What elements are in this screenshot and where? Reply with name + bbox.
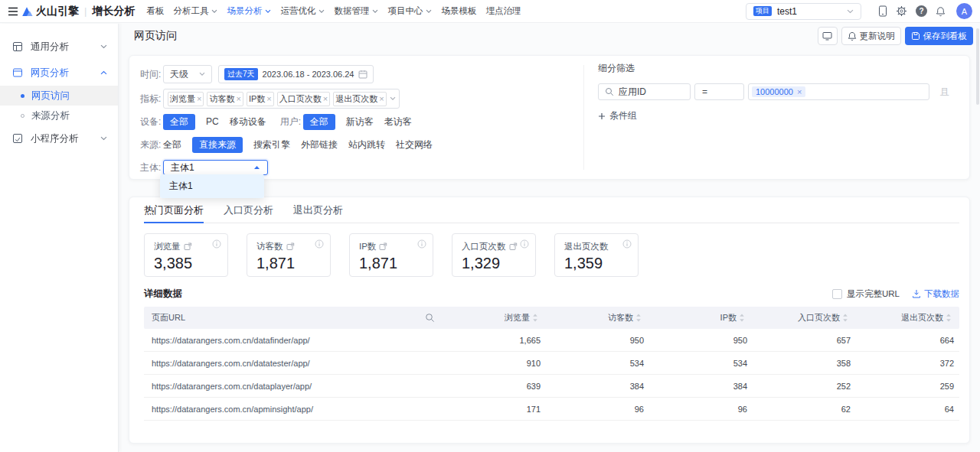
- header-buttons: 更新说明 保存到看板: [818, 27, 974, 45]
- remove-tag-icon[interactable]: ×: [266, 93, 271, 106]
- menu-item-analysis-tools[interactable]: 分析工具: [173, 5, 217, 17]
- sort-icon: [842, 314, 848, 322]
- info-icon[interactable]: [315, 239, 324, 249]
- tab-hot-pages[interactable]: 热门页面分析: [144, 197, 204, 223]
- date-range-picker[interactable]: 过去7天 2023.06.18 - 2023.06.24: [218, 65, 374, 83]
- metric-value: 1,359: [564, 255, 632, 272]
- source-option-search[interactable]: 搜索引擎: [253, 137, 290, 153]
- metric-tag: IP数×: [247, 92, 274, 106]
- metric-card-ip: IP数 1,871: [349, 233, 433, 277]
- segment-value-input[interactable]: 10000000 ×: [748, 83, 929, 100]
- chevron-down-icon: [426, 9, 432, 14]
- subject-dropdown-option[interactable]: 主体1: [160, 174, 264, 198]
- column-header-entry[interactable]: 入口页次数: [753, 312, 856, 324]
- segment-field-select[interactable]: 应用ID: [598, 83, 691, 100]
- menu-item-dashboard[interactable]: 看板: [146, 5, 164, 17]
- table-row[interactable]: https://datarangers.com.cn/dataplayer/ap…: [144, 375, 959, 398]
- table-row[interactable]: https://datarangers.com.cn/apminsight/ap…: [144, 398, 959, 421]
- device-option-pc[interactable]: PC: [206, 115, 219, 128]
- mobile-icon[interactable]: [878, 5, 887, 17]
- gear-icon[interactable]: [896, 5, 907, 17]
- menu-item-tracking-governance[interactable]: 埋点治理: [485, 5, 521, 17]
- menu-item-operation[interactable]: 运营优化: [280, 5, 325, 17]
- project-name: test1: [777, 6, 841, 17]
- tab-entry-pages[interactable]: 入口页分析: [224, 197, 273, 223]
- segment-operator-select[interactable]: =: [694, 83, 744, 100]
- remove-tag-icon[interactable]: ×: [797, 87, 802, 96]
- column-header-exit[interactable]: 退出页次数: [856, 312, 959, 324]
- metric-card-pageviews: 浏览量 3,385: [144, 233, 228, 277]
- info-icon[interactable]: [212, 239, 221, 249]
- source-option-internal[interactable]: 站内跳转: [348, 137, 385, 153]
- subject-label: 主体:: [140, 161, 163, 174]
- external-link-icon: [379, 242, 387, 251]
- info-icon[interactable]: [622, 239, 632, 249]
- sidebar-item-source-analysis[interactable]: 来源分析: [0, 106, 118, 125]
- sidebar-item-web-analysis[interactable]: 网页分析: [0, 60, 118, 86]
- metric-multiselect[interactable]: 浏览量× 访客数× IP数× 入口页次数× 退出页次数×: [163, 89, 400, 109]
- info-icon[interactable]: [520, 239, 529, 249]
- top-nav: 火山引擎 | 增长分析 看板 分析工具 场景分析 运营优化 数据管理 项目中心 …: [0, 0, 980, 23]
- sidebar-item-general-analysis[interactable]: 通用分析: [0, 34, 118, 60]
- remove-tag-icon[interactable]: ×: [236, 93, 240, 106]
- add-condition-group-button[interactable]: 条件组: [598, 109, 949, 122]
- chevron-up-icon: [100, 70, 107, 75]
- project-select[interactable]: 项目 test1: [746, 3, 861, 20]
- chevron-down-icon: [318, 9, 325, 14]
- column-header-visitors[interactable]: 访客数: [546, 312, 649, 324]
- device-option-mobile[interactable]: 移动设备: [230, 114, 266, 130]
- sidebar-item-miniprogram-analysis[interactable]: 小程序分析: [0, 125, 118, 151]
- bell-icon[interactable]: [936, 6, 946, 17]
- user-option-returning[interactable]: 老访客: [384, 114, 412, 130]
- sort-icon: [739, 314, 745, 322]
- source-option-external[interactable]: 外部链接: [301, 137, 338, 153]
- metric-label: 指标:: [140, 93, 163, 106]
- subject-select[interactable]: 主体1: [163, 160, 268, 175]
- range-text: 2023.06.18 - 2023.06.24: [263, 70, 354, 79]
- source-option-direct[interactable]: 直接来源: [192, 137, 243, 153]
- sort-icon: [635, 314, 642, 322]
- hamburger-menu-icon[interactable]: [8, 7, 18, 16]
- info-icon[interactable]: [417, 239, 426, 249]
- top-menu: 看板 分析工具 场景分析 运营优化 数据管理 项目中心 场景模板 埋点治理: [146, 5, 521, 17]
- chevron-down-icon: [211, 9, 217, 14]
- remove-tag-icon[interactable]: ×: [323, 93, 328, 106]
- granularity-select[interactable]: 天级: [163, 65, 212, 83]
- column-header-pageviews[interactable]: 浏览量: [443, 312, 546, 324]
- menu-item-scene-analysis[interactable]: 场景分析: [227, 5, 271, 17]
- save-to-dashboard-button[interactable]: 保存到看板: [905, 27, 974, 45]
- source-option-all[interactable]: 全部: [163, 137, 181, 153]
- miniprogram-icon: [12, 133, 23, 144]
- page-title: 网页访问: [134, 29, 177, 43]
- user-option-new[interactable]: 新访客: [346, 114, 374, 130]
- remove-tag-icon[interactable]: ×: [379, 93, 384, 106]
- menu-item-data-management[interactable]: 数据管理: [334, 5, 378, 17]
- sidebar-item-web-visit[interactable]: 网页访问: [0, 86, 118, 106]
- column-header-ip[interactable]: IP数: [649, 312, 753, 324]
- filter-panel: 时间: 天级 过去7天 2023.06.18 - 2023.06.24 指标: …: [129, 55, 970, 180]
- sidebar: 通用分析 网页分析 网页访问 来源分析 小程序分析: [0, 24, 119, 452]
- table-row[interactable]: https://datarangers.com.cn/datatester/ap…: [144, 352, 959, 375]
- search-icon[interactable]: [425, 313, 435, 323]
- menu-item-project-center[interactable]: 项目中心: [387, 5, 432, 17]
- show-full-url-label: 显示完整URL: [847, 288, 900, 300]
- source-option-social[interactable]: 社交网络: [396, 137, 433, 153]
- metric-card-exit-pages: 退出页次数 1,359: [554, 233, 639, 277]
- table-row[interactable]: https://datarangers.com.cn/datafinder/ap…: [144, 329, 959, 352]
- avatar[interactable]: A: [956, 3, 972, 19]
- scrollbar-thumb[interactable]: [976, 28, 979, 105]
- tab-exit-pages[interactable]: 退出页分析: [293, 197, 343, 223]
- menu-item-scene-template[interactable]: 场景模板: [441, 5, 476, 17]
- update-notes-button[interactable]: 更新说明: [841, 27, 901, 45]
- download-data-link[interactable]: 下载数据: [912, 288, 959, 300]
- remove-tag-icon[interactable]: ×: [197, 93, 201, 106]
- display-button[interactable]: [818, 27, 838, 45]
- filter-left: 时间: 天级 过去7天 2023.06.18 - 2023.06.24 指标: …: [129, 56, 583, 179]
- detail-title: 详细数据: [144, 288, 182, 301]
- user-option-all[interactable]: 全部: [303, 114, 335, 130]
- help-icon[interactable]: ?: [916, 5, 927, 17]
- user-label: 用户:: [280, 115, 303, 128]
- subject-filter-row: 主体: 主体1: [140, 159, 583, 176]
- show-full-url-checkbox[interactable]: [832, 289, 842, 299]
- device-option-all[interactable]: 全部: [163, 114, 195, 130]
